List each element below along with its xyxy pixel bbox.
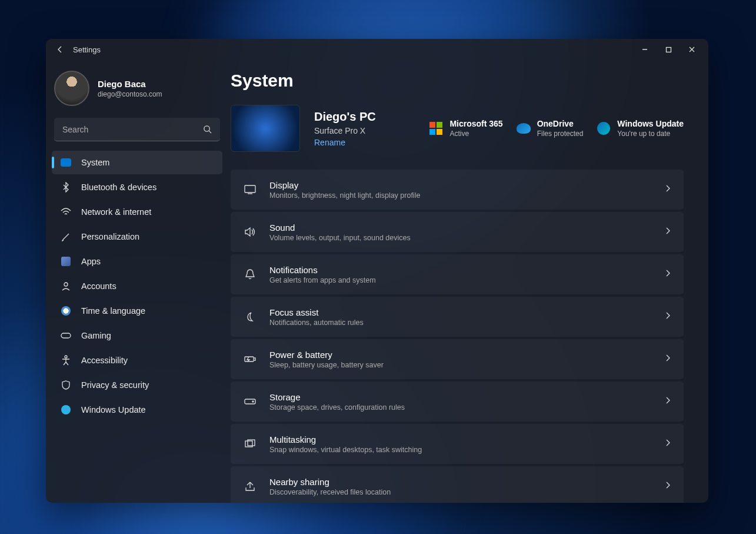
moon-icon bbox=[244, 310, 257, 323]
chevron-right-icon bbox=[665, 269, 671, 280]
status-title: Windows Update bbox=[617, 119, 684, 128]
setting-notifications[interactable]: Notifications Get alerts from apps and s… bbox=[231, 254, 684, 294]
setting-title: Sound bbox=[269, 223, 652, 233]
onedrive-icon bbox=[516, 121, 531, 136]
close-icon bbox=[688, 46, 695, 53]
sidebar: Diego Baca diego@contoso.com System Blue bbox=[46, 60, 228, 503]
sidebar-item-label: Privacy & security bbox=[81, 380, 149, 390]
person-icon bbox=[60, 280, 72, 292]
device-model: Surface Pro X bbox=[314, 126, 391, 135]
maximize-button[interactable] bbox=[657, 40, 680, 59]
setting-desc: Get alerts from apps and system bbox=[269, 276, 652, 284]
sidebar-item-apps[interactable]: Apps bbox=[52, 250, 222, 273]
chevron-right-icon bbox=[665, 227, 671, 237]
sidebar-item-bluetooth[interactable]: Bluetooth & devices bbox=[52, 175, 222, 199]
sidebar-item-network[interactable]: Network & internet bbox=[52, 200, 222, 224]
sidebar-item-system[interactable]: System bbox=[52, 151, 222, 174]
multitasking-icon bbox=[244, 437, 257, 450]
main-content: System Diego's PC Surface Pro X Rename M… bbox=[228, 60, 708, 503]
search-icon bbox=[203, 125, 212, 134]
status-sub: Files protected bbox=[537, 130, 584, 138]
settings-list: Display Monitors, brightness, night ligh… bbox=[231, 170, 684, 503]
setting-focus-assist[interactable]: Focus assist Notifications, automatic ru… bbox=[231, 297, 684, 337]
close-button[interactable] bbox=[680, 40, 704, 59]
sidebar-item-time[interactable]: Time & language bbox=[52, 299, 222, 323]
battery-icon bbox=[244, 353, 257, 366]
svg-point-2 bbox=[64, 283, 68, 286]
sidebar-item-label: Bluetooth & devices bbox=[81, 183, 156, 192]
search-box[interactable] bbox=[54, 118, 220, 141]
sidebar-item-accessibility[interactable]: Accessibility bbox=[52, 349, 222, 372]
apps-icon bbox=[60, 256, 72, 267]
status-sub: Active bbox=[449, 130, 502, 138]
setting-nearby-sharing[interactable]: Nearby sharing Discoverability, received… bbox=[231, 466, 684, 503]
setting-power[interactable]: Power & battery Sleep, battery usage, ba… bbox=[231, 339, 684, 379]
svg-point-8 bbox=[252, 401, 254, 402]
status-title: OneDrive bbox=[537, 119, 584, 128]
user-block[interactable]: Diego Baca diego@contoso.com bbox=[52, 66, 222, 114]
update-icon bbox=[60, 404, 72, 416]
storage-icon bbox=[244, 395, 257, 408]
status-microsoft365[interactable]: Microsoft 365 Active bbox=[428, 119, 502, 138]
search-input[interactable] bbox=[62, 125, 203, 134]
settings-window: Settings Diego Baca diego@contoso.com bbox=[46, 39, 708, 503]
setting-desc: Storage space, drives, configuration rul… bbox=[269, 403, 652, 412]
page-title: System bbox=[231, 71, 684, 91]
sidebar-item-accounts[interactable]: Accounts bbox=[52, 274, 222, 298]
setting-display[interactable]: Display Monitors, brightness, night ligh… bbox=[231, 170, 684, 210]
sidebar-item-label: Windows Update bbox=[81, 405, 146, 414]
svg-rect-0 bbox=[666, 47, 671, 52]
status-windows-update[interactable]: Windows Update You're up to date bbox=[596, 119, 684, 138]
minimize-button[interactable] bbox=[633, 40, 657, 59]
setting-title: Nearby sharing bbox=[269, 477, 652, 487]
clock-icon bbox=[60, 305, 72, 317]
back-button[interactable] bbox=[51, 40, 69, 59]
svg-rect-3 bbox=[61, 333, 71, 338]
setting-desc: Notifications, automatic rules bbox=[269, 319, 652, 327]
wifi-icon bbox=[60, 206, 72, 218]
setting-desc: Discoverability, received files location bbox=[269, 488, 652, 496]
setting-desc: Volume levels, output, input, sound devi… bbox=[269, 234, 652, 242]
window-controls bbox=[633, 40, 704, 59]
sidebar-item-label: Apps bbox=[81, 257, 101, 266]
sidebar-item-label: Time & language bbox=[81, 306, 145, 316]
chevron-right-icon bbox=[665, 396, 671, 407]
user-name: Diego Baca bbox=[98, 79, 162, 89]
sidebar-item-personalization[interactable]: Personalization bbox=[52, 225, 222, 248]
rename-link[interactable]: Rename bbox=[314, 138, 391, 147]
bell-icon bbox=[244, 268, 257, 281]
sidebar-item-gaming[interactable]: Gaming bbox=[52, 324, 222, 347]
sidebar-item-label: Network & internet bbox=[81, 207, 151, 217]
svg-rect-6 bbox=[245, 357, 254, 361]
chevron-right-icon bbox=[665, 311, 671, 322]
sidebar-item-label: Personalization bbox=[81, 232, 139, 241]
bluetooth-icon bbox=[60, 181, 72, 193]
setting-title: Notifications bbox=[269, 265, 652, 275]
svg-rect-5 bbox=[245, 185, 255, 193]
titlebar: Settings bbox=[46, 39, 708, 60]
device-name: Diego's PC bbox=[314, 110, 391, 124]
display-icon bbox=[244, 183, 257, 196]
accessibility-icon bbox=[60, 354, 72, 366]
setting-sound[interactable]: Sound Volume levels, output, input, soun… bbox=[231, 212, 684, 252]
arrow-left-icon bbox=[55, 45, 65, 54]
sidebar-item-label: Gaming bbox=[81, 331, 111, 340]
status-sub: You're up to date bbox=[617, 130, 684, 138]
chevron-right-icon bbox=[665, 184, 671, 195]
avatar bbox=[54, 71, 89, 106]
setting-title: Focus assist bbox=[269, 307, 652, 317]
nav: System Bluetooth & devices Network & int… bbox=[52, 151, 222, 422]
system-icon bbox=[60, 157, 72, 168]
status-onedrive[interactable]: OneDrive Files protected bbox=[516, 119, 584, 138]
shield-icon bbox=[60, 379, 72, 391]
svg-point-4 bbox=[65, 356, 67, 358]
setting-title: Storage bbox=[269, 392, 652, 402]
chevron-right-icon bbox=[665, 439, 671, 449]
sidebar-item-update[interactable]: Windows Update bbox=[52, 398, 222, 422]
sidebar-item-privacy[interactable]: Privacy & security bbox=[52, 373, 222, 397]
setting-storage[interactable]: Storage Storage space, drives, configura… bbox=[231, 382, 684, 422]
windows-update-icon bbox=[596, 121, 611, 136]
setting-multitasking[interactable]: Multitasking Snap windows, virtual deskt… bbox=[231, 424, 684, 464]
share-icon bbox=[244, 480, 257, 493]
gamepad-icon bbox=[60, 330, 72, 341]
